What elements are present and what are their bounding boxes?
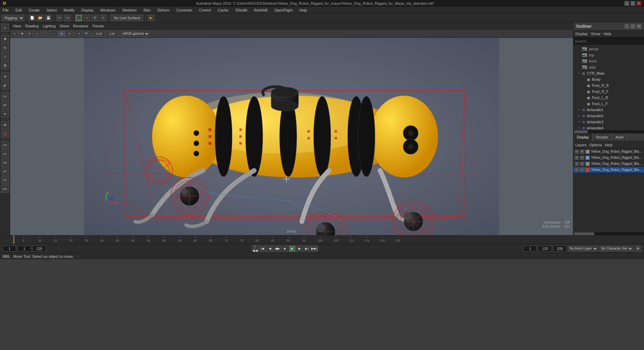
next-frame-button[interactable]: ▶: [296, 245, 303, 252]
menu-item-create[interactable]: Create: [27, 7, 41, 13]
settings-3-button[interactable]: SH: [1, 158, 9, 167]
open-button[interactable]: 📂: [37, 15, 44, 21]
outliner-item-2[interactable]: 📷front: [573, 58, 644, 64]
mode-select[interactable]: Rigging: [1, 15, 24, 21]
range-end2-input[interactable]: [538, 246, 552, 252]
outliner-item-12[interactable]: +⟲ikHandle3: [573, 119, 644, 125]
layer-p-2[interactable]: P: [580, 162, 584, 166]
ep-curve-button[interactable]: EP: [1, 101, 9, 109]
menu-item-constrain[interactable]: Constrain: [175, 7, 194, 13]
layer-p-1[interactable]: P: [580, 156, 584, 160]
layer-p-3[interactable]: P: [580, 168, 584, 172]
menu-item-help[interactable]: Help: [298, 7, 308, 13]
layer-p-0[interactable]: P: [580, 150, 584, 154]
tab-display[interactable]: Display: [573, 133, 593, 141]
menu-item-select[interactable]: Select: [45, 7, 58, 13]
soft-select-button[interactable]: ≋: [1, 72, 9, 80]
settings-1-button[interactable]: CH: [1, 141, 9, 149]
gamma-select[interactable]: sRGB gamma: [121, 31, 150, 37]
new-scene-button[interactable]: 📄: [29, 15, 35, 21]
menu-item-redshift[interactable]: Redshift: [253, 7, 269, 13]
pencil-button[interactable]: ✏: [1, 110, 9, 118]
vp-shaded-button[interactable]: ●: [58, 31, 65, 37]
layers-menu-layers[interactable]: Layers: [575, 143, 587, 147]
outliner-minimize-button[interactable]: ─: [624, 24, 629, 29]
select-button[interactable]: ↖: [1, 24, 9, 32]
restore-button[interactable]: □: [630, 1, 635, 6]
current-frame-input[interactable]: 1: [18, 246, 31, 252]
anim-layer-select[interactable]: No Anim Layer: [568, 246, 598, 252]
viewport-canvas[interactable]: x z y persp Symmetry: Off Soft Select: O…: [10, 38, 573, 235]
viewport-menu-view[interactable]: View: [13, 24, 21, 28]
outliner-item-6[interactable]: ▣Foot_R_B: [573, 82, 644, 89]
last-tool-button[interactable]: ⊞: [1, 61, 9, 69]
outliner-menu-help[interactable]: Help: [604, 32, 612, 36]
vp-scale-button[interactable]: ⤢: [34, 31, 41, 37]
expand-icon-13[interactable]: +: [577, 126, 581, 130]
redo-button[interactable]: ↪: [64, 15, 71, 21]
viewport-menu-show[interactable]: Show: [60, 24, 69, 28]
move-button[interactable]: ✥: [1, 35, 9, 43]
skip-forward-button[interactable]: ▶▶|: [311, 245, 318, 252]
settings-4-button[interactable]: AT: [1, 167, 9, 175]
outliner-item-5[interactable]: ▣Body: [573, 76, 644, 82]
outliner-item-7[interactable]: ▣Foot_R_F: [573, 89, 644, 95]
vp-value2-input[interactable]: 1.00: [106, 31, 118, 37]
expand-icon-11[interactable]: +: [577, 114, 581, 118]
rotate-tool-button[interactable]: ↻: [92, 15, 98, 21]
prev-frame-button[interactable]: ◀: [267, 245, 273, 252]
settings-6-button[interactable]: CN: [1, 185, 9, 193]
layers-menu-help[interactable]: Help: [605, 143, 613, 147]
vp-rotate-button[interactable]: ↻: [26, 31, 33, 37]
vp-wireframe-button[interactable]: ⬛: [44, 31, 50, 37]
viewport-menu-panels[interactable]: Panels: [93, 24, 104, 28]
menu-item-skin[interactable]: Skin: [142, 7, 152, 13]
paint-button[interactable]: 🖌: [1, 81, 9, 89]
layer-item-3[interactable]: VPYellow_Dog_Robot_Rigged_Black_R: [573, 167, 644, 173]
vp-textured-button[interactable]: ◎: [66, 31, 73, 37]
range-end3-input[interactable]: [553, 246, 567, 252]
curve-button[interactable]: CV: [1, 92, 9, 100]
layer-v-1[interactable]: V: [575, 156, 579, 160]
save-button[interactable]: 💾: [45, 15, 52, 21]
range-end-input[interactable]: 120: [32, 246, 46, 252]
menu-item-file[interactable]: File: [1, 7, 10, 13]
viewport-menu-shading[interactable]: Shading: [25, 24, 39, 28]
menu-item-edit[interactable]: Edit: [14, 7, 23, 13]
layer-item-2[interactable]: VPYellow_Dog_Robot_Rigged_Black_R: [573, 161, 644, 167]
menu-item-modify[interactable]: Modify: [62, 7, 76, 13]
timeline-area[interactable]: 5101520253035404550556065707580859095100…: [0, 235, 644, 244]
layer-hscroll-thumb[interactable]: [574, 232, 594, 235]
scale-button[interactable]: ⤢: [1, 52, 9, 60]
hide-button[interactable]: 🚫: [1, 130, 9, 138]
menu-item-deform[interactable]: Deform: [156, 7, 171, 13]
outliner-maximize-button[interactable]: □: [630, 24, 635, 29]
outliner-item-0[interactable]: 📷persp: [573, 46, 644, 52]
menu-item-skeleton[interactable]: Skeleton: [121, 7, 138, 13]
no-live-surface-button[interactable]: No Live Surface: [111, 15, 143, 21]
menu-item-windows[interactable]: Windows: [99, 7, 117, 13]
layers-menu-options[interactable]: Options: [589, 143, 602, 147]
char-set-select[interactable]: No Character Set: [599, 246, 633, 252]
select-tool-button[interactable]: ⬛: [75, 15, 82, 21]
outliner-item-13[interactable]: +⟲ikHandle4: [573, 125, 644, 130]
play-back-button[interactable]: ◀▶: [274, 245, 281, 252]
outliner-item-3[interactable]: 📷side: [573, 64, 644, 70]
rotate-button[interactable]: ↻: [1, 44, 9, 52]
outliner-search-input[interactable]: [575, 39, 643, 43]
outliner-menu-show[interactable]: Show: [591, 32, 600, 36]
move-tool-button[interactable]: ↔: [83, 15, 90, 21]
close-button[interactable]: ✕: [637, 1, 641, 6]
layer-item-1[interactable]: VPYellow_Dog_Robot_Rigged_Black_R: [573, 155, 644, 161]
prev-key-button[interactable]: |◀: [259, 245, 266, 252]
tab-anim[interactable]: Anim: [612, 133, 627, 141]
layer-list[interactable]: VPYellow_Dog_Robot_Rigged_Black_RVPYello…: [573, 149, 644, 232]
menu-item-openflight[interactable]: OpenFlight: [273, 7, 294, 13]
vp-smooth-button[interactable]: ○: [51, 31, 58, 37]
settings-5-button[interactable]: OT: [1, 176, 9, 184]
menu-item-cache[interactable]: Cache: [216, 7, 230, 13]
outliner-menu-display[interactable]: Display: [575, 32, 588, 36]
undo-button[interactable]: ↩: [56, 15, 63, 21]
timeline-ruler[interactable]: 5101520253035404550556065707580859095100…: [0, 235, 644, 244]
menu-item-control[interactable]: Control: [198, 7, 212, 13]
